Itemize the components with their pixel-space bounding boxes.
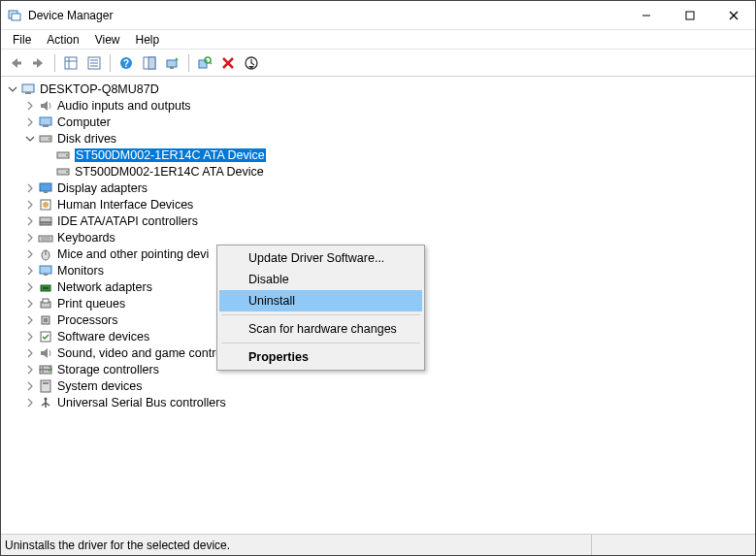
device-manager-window: Device Manager File Action View Help ? [0,0,756,556]
toolbar: ? [1,49,755,77]
tree-label: Display adapters [57,181,148,195]
menu-action[interactable]: Action [39,31,86,49]
chevron-right-icon[interactable] [24,347,36,359]
chevron-right-icon[interactable] [24,331,36,343]
chevron-right-icon[interactable] [24,380,36,392]
back-button[interactable] [5,52,26,74]
tree-root[interactable]: DESKTOP-Q8MU87D [7,81,751,97]
menubar: File Action View Help [1,30,755,49]
tree-category[interactable]: Disk drives [7,130,751,147]
chevron-right-icon[interactable] [24,281,36,293]
ctx-scan[interactable]: Scan for hardware changes [219,318,422,340]
svg-rect-42 [40,222,51,225]
ctx-properties[interactable]: Properties [219,346,422,368]
tree-label: Universal Serial Bus controllers [57,396,226,409]
chevron-right-icon[interactable] [24,232,36,244]
tree-label: Print queues [57,297,125,311]
tree-category[interactable]: Display adapters [7,180,751,196]
svg-rect-1 [12,14,20,20]
category-icon [38,312,53,328]
category-icon [38,345,53,361]
maximize-button[interactable] [668,1,711,29]
status-text: Uninstalls the driver for the selected d… [5,535,592,555]
category-icon [38,213,53,229]
tree-label: ST500DM002-1ER14C ATA Device [75,165,264,179]
chevron-right-icon[interactable] [24,100,36,112]
ctx-separator [221,343,420,343]
help-button[interactable]: ? [115,52,137,74]
svg-rect-8 [65,57,77,69]
device-tree[interactable]: DESKTOP-Q8MU87D Audio inputs and outputs… [1,77,755,534]
close-button[interactable] [711,1,755,29]
chevron-right-icon[interactable] [24,314,36,326]
category-icon [38,197,53,213]
chevron-right-icon[interactable] [24,397,36,409]
chevron-right-icon[interactable] [24,182,36,194]
svg-rect-18 [148,57,155,69]
window-controls [624,1,755,29]
app-icon [7,8,22,23]
disable-button[interactable] [241,52,262,74]
chevron-right-icon[interactable] [24,215,36,227]
category-icon [38,180,53,196]
tree-label: Computer [57,115,111,129]
tree-category[interactable]: Computer [7,114,751,130]
svg-rect-29 [40,117,51,125]
chevron-right-icon[interactable] [24,298,36,310]
category-icon [38,246,53,262]
svg-rect-37 [40,183,51,191]
svg-rect-19 [167,60,177,67]
tree-category[interactable]: IDE ATA/ATAPI controllers [7,213,751,229]
tree-category[interactable]: Audio inputs and outputs [7,97,751,114]
tree-category[interactable]: Universal Serial Bus controllers [7,394,751,410]
tree-label: Mice and other pointing devi [57,247,209,261]
tree-device[interactable]: ST500DM002-1ER14C ATA Device [7,163,751,180]
tree-label: ST500DM002-1ER14C ATA Device [75,148,266,162]
tree-label: Keyboards [57,231,115,245]
computer-icon [20,82,36,97]
tree-category[interactable]: System devices [7,377,751,394]
minimize-button[interactable] [624,1,668,29]
show-hide-tree-button[interactable] [60,52,82,74]
tree-category[interactable]: Keyboards [7,229,751,245]
menu-file[interactable]: File [5,31,39,49]
menu-help[interactable]: Help [128,31,168,49]
tree-category[interactable]: Human Interface Devices [7,196,751,213]
chevron-right-icon[interactable] [24,364,36,376]
svg-rect-3 [686,12,694,19]
category-icon [38,378,53,394]
tree-label: Audio inputs and outputs [57,99,191,113]
titlebar: Device Manager [1,1,755,30]
chevron-right-icon[interactable] [24,248,36,260]
category-icon [38,296,53,311]
menu-view[interactable]: View [87,31,128,49]
chevron-down-icon[interactable] [7,83,18,95]
update-driver-button[interactable] [162,52,183,74]
tree-device[interactable]: ST500DM002-1ER14C ATA Device [7,147,751,163]
chevron-right-icon[interactable] [24,265,36,277]
uninstall-button[interactable] [217,52,239,74]
svg-rect-28 [25,92,31,94]
ctx-uninstall[interactable]: Uninstall [219,290,422,311]
tree-label: System devices [57,379,143,393]
forward-button[interactable] [28,52,49,74]
ctx-update-driver[interactable]: Update Driver Software... [219,247,422,269]
chevron-right-icon[interactable] [24,199,36,211]
svg-point-34 [66,154,68,156]
svg-point-40 [43,202,49,208]
ctx-separator [221,314,420,315]
tree-label: Disk drives [57,132,116,146]
ctx-disable[interactable]: Disable [219,269,422,290]
statusbar: Uninstalls the driver for the selected d… [1,534,755,555]
svg-rect-61 [41,380,50,392]
tree-label: DESKTOP-Q8MU87D [40,82,159,96]
svg-point-36 [66,171,68,173]
action-button[interactable] [139,52,160,74]
disk-drive-icon [55,164,71,180]
chevron-down-icon[interactable] [24,133,36,145]
properties-button[interactable] [83,52,105,74]
scan-hardware-button[interactable] [194,52,215,74]
category-icon [38,263,53,278]
chevron-right-icon[interactable] [24,116,36,128]
svg-rect-27 [22,84,34,92]
